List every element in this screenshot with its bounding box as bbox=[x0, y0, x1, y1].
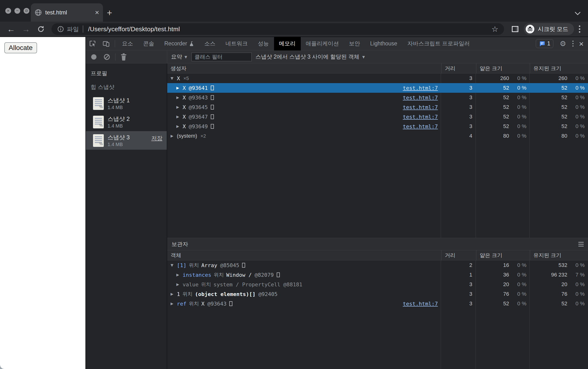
constructor-row-93649[interactable]: X @93649 test.html:7 3 520 % 520 % bbox=[167, 121, 588, 131]
disclosure-triangle-icon[interactable] bbox=[176, 95, 183, 100]
omnibox[interactable]: 파일 /Users/yceffort/Desktop/test.html ☆ bbox=[52, 23, 504, 35]
disclosure-triangle-icon[interactable] bbox=[176, 273, 183, 277]
tab-elements[interactable]: 요소 bbox=[117, 37, 138, 50]
device-toolbar-icon[interactable] bbox=[99, 40, 113, 47]
col-retained-size[interactable]: 유지된 크기 bbox=[530, 63, 588, 73]
new-tab-button[interactable]: + bbox=[107, 8, 112, 17]
object-box-glyph bbox=[211, 95, 214, 100]
source-link[interactable]: test.html:7 bbox=[403, 95, 438, 101]
web-page: Allocate bbox=[0, 37, 85, 369]
snapshot-range-select[interactable]: 스냅샷 2에서 스냅샷 3 사이에 할당된 객체▼ bbox=[255, 53, 365, 60]
zoom-window-icon[interactable]: ⊘ bbox=[24, 8, 29, 14]
source-link[interactable]: test.html:7 bbox=[403, 104, 438, 110]
retainer-row-ref[interactable]: ref 위치 X @93643 test.html:7 3 520 % 520 … bbox=[167, 299, 588, 309]
inspect-element-icon[interactable] bbox=[86, 40, 99, 47]
constructor-row-93645[interactable]: X @93645 test.html:7 3 520 % 520 % bbox=[167, 102, 588, 112]
clear-profiles-icon[interactable] bbox=[100, 54, 113, 60]
take-snapshot-icon[interactable] bbox=[91, 54, 96, 60]
snapshot-item-2[interactable]: % 스냅샷 2 1.4 MB bbox=[86, 113, 167, 131]
snapshot-item-1[interactable]: % 스냅샷 1 1.4 MB bbox=[86, 94, 167, 113]
constructor-row-93643[interactable]: X @93643 test.html:7 3 520 % 520 % bbox=[167, 93, 588, 102]
window-controls: × − ⊘ bbox=[0, 0, 29, 22]
tab-search-chevron-icon[interactable] bbox=[575, 11, 581, 15]
tab-recorder[interactable]: Recorder bbox=[159, 37, 200, 50]
toolbar-divider bbox=[115, 53, 116, 60]
col-constructor[interactable]: 생성자 bbox=[167, 63, 441, 73]
experiment-flask-icon bbox=[189, 41, 194, 46]
bookmark-star-icon[interactable]: ☆ bbox=[492, 24, 498, 34]
disclosure-triangle-icon[interactable] bbox=[171, 76, 177, 80]
disclosure-triangle-icon[interactable] bbox=[176, 124, 183, 129]
disclosure-triangle-icon[interactable] bbox=[171, 134, 177, 138]
devtools-close-icon[interactable]: × bbox=[579, 40, 584, 48]
col-shallow-size[interactable]: 얕은 크기 bbox=[476, 250, 530, 260]
reload-button[interactable] bbox=[34, 25, 48, 33]
toolbar-divider bbox=[115, 40, 115, 47]
save-snapshot-link[interactable]: 저장 bbox=[151, 135, 162, 142]
browser-tab[interactable]: test.html × bbox=[31, 3, 103, 22]
globe-favicon-icon bbox=[35, 9, 42, 16]
settings-gear-icon[interactable]: ⚙ bbox=[560, 40, 566, 48]
col-retained-size[interactable]: 유지된 크기 bbox=[530, 250, 588, 260]
tab-js-profiler[interactable]: 자바스크립트 프로파일러 bbox=[402, 37, 475, 50]
close-window-icon[interactable]: × bbox=[5, 8, 11, 14]
col-distance[interactable]: 거리 bbox=[441, 250, 476, 260]
source-link[interactable]: test.html:7 bbox=[403, 114, 438, 120]
disclosure-triangle-icon[interactable] bbox=[171, 301, 177, 306]
source-link[interactable]: test.html:7 bbox=[403, 123, 438, 130]
page-info-icon[interactable] bbox=[57, 26, 64, 32]
tab-memory[interactable]: 메모리 bbox=[274, 37, 301, 50]
object-box-glyph bbox=[211, 124, 214, 129]
file-scheme-chip: 파일 bbox=[67, 25, 79, 33]
retainers-header-row[interactable]: 객체 거리 얕은 크기 유지된 크기 bbox=[167, 250, 588, 260]
tab-network[interactable]: 네트워크 bbox=[220, 37, 253, 50]
snapshot-item-3[interactable]: % 스냅샷 3 1.4 MB 저장 bbox=[86, 131, 167, 150]
retainers-table: 객체 거리 얕은 크기 유지된 크기 [1] 위치 Array @85045 bbox=[167, 250, 588, 369]
issues-counter[interactable]: 1 bbox=[536, 39, 553, 48]
disclosure-triangle-icon[interactable] bbox=[176, 282, 183, 287]
incognito-label: 시크릿 모드 bbox=[538, 25, 568, 33]
class-filter-input[interactable] bbox=[191, 53, 252, 61]
delete-profile-trash-icon[interactable] bbox=[117, 53, 130, 60]
devtools-menu-icon[interactable] bbox=[572, 40, 574, 47]
side-panel-icon[interactable] bbox=[511, 25, 519, 33]
retainers-menu-icon[interactable] bbox=[578, 242, 584, 247]
tab-sources[interactable]: 소스 bbox=[200, 37, 220, 50]
retainer-row-value[interactable]: value 위치 system / PropertyCell @88181 3 … bbox=[167, 280, 588, 289]
retainer-row-object-elements[interactable]: 1 위치 (object elements)[] @92405 3 760 % … bbox=[167, 289, 588, 299]
source-link[interactable]: test.html:7 bbox=[403, 301, 438, 307]
snapshot-name: 스냅샷 3 bbox=[107, 134, 130, 141]
tab-console[interactable]: 콘솔 bbox=[138, 37, 159, 50]
tab-performance[interactable]: 성능 bbox=[253, 37, 274, 50]
tab-lighthouse[interactable]: Lighthouse bbox=[365, 37, 402, 50]
disclosure-triangle-icon[interactable] bbox=[176, 105, 183, 109]
minimize-window-icon[interactable]: − bbox=[14, 8, 20, 14]
back-button[interactable]: ← bbox=[4, 24, 18, 34]
constructor-row-x-group[interactable]: X ×5 3 2600 % 2600 % bbox=[167, 73, 588, 83]
tab-security[interactable]: 보안 bbox=[344, 37, 365, 50]
disclosure-triangle-icon[interactable] bbox=[176, 115, 183, 119]
col-distance[interactable]: 거리 bbox=[441, 63, 476, 73]
allocate-button[interactable]: Allocate bbox=[4, 42, 37, 53]
source-link[interactable]: test.html:7 bbox=[403, 85, 438, 91]
forward-button[interactable]: → bbox=[19, 24, 33, 34]
devtools-tabbar: 요소 콘솔 Recorder 소스 네트워크 성능 메모리 애플리케이션 보안 … bbox=[86, 37, 588, 50]
browser-menu-icon[interactable] bbox=[579, 25, 580, 33]
constructor-row-93647[interactable]: X @93647 test.html:7 3 520 % 520 % bbox=[167, 112, 588, 121]
url-text[interactable]: /Users/yceffort/Desktop/test.html bbox=[88, 25, 489, 33]
disclosure-triangle-icon[interactable] bbox=[176, 86, 183, 90]
disclosure-triangle-icon[interactable] bbox=[171, 263, 177, 267]
retainer-row-instances[interactable]: instances 위치 Window / @82079 1 360 % 96 … bbox=[167, 270, 588, 280]
col-shallow-size[interactable]: 얕은 크기 bbox=[476, 63, 530, 73]
constructor-row-system[interactable]: (system) ×2 4 800 % 800 % bbox=[167, 131, 588, 141]
tab-close-icon[interactable]: × bbox=[95, 9, 99, 16]
col-object[interactable]: 객체 bbox=[167, 250, 441, 260]
perspective-select[interactable]: 요약▼ bbox=[171, 53, 187, 60]
constructors-header-row[interactable]: 생성자 거리 얕은 크기 유지된 크기 bbox=[167, 63, 588, 73]
object-box-glyph bbox=[229, 301, 232, 306]
retainer-row-array[interactable]: [1] 위치 Array @85045 2 160 % 5320 % bbox=[167, 260, 588, 270]
memory-toolbar: 요약▼ 스냅샷 2에서 스냅샷 3 사이에 할당된 객체▼ bbox=[86, 50, 588, 63]
constructor-row-93641[interactable]: X @93641 test.html:7 3 520 % 520 % bbox=[167, 83, 588, 93]
disclosure-triangle-icon[interactable] bbox=[171, 292, 177, 296]
tab-application[interactable]: 애플리케이션 bbox=[301, 37, 344, 50]
